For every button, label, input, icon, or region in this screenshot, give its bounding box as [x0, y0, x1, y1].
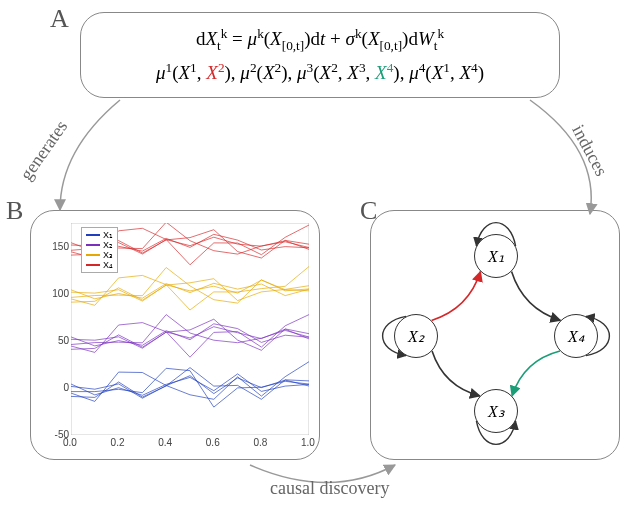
equation-line-1: dXtk = μk(X[0,t])dt + σk(X[0,t])dWtk	[196, 26, 444, 54]
y-tick: 100	[45, 288, 69, 299]
graph-node-x2: X₂	[394, 314, 438, 358]
legend-item: X₁	[86, 230, 113, 240]
x-tick: 0.6	[206, 437, 220, 448]
chart-plot-area: X₁X₂X₃X₄	[71, 223, 309, 435]
arrow-label-induces: induces	[567, 121, 611, 179]
legend-item: X₄	[86, 260, 113, 270]
y-tick: 150	[45, 241, 69, 252]
x-tick: 1.0	[301, 437, 315, 448]
equation-panel: dXtk = μk(X[0,t])dt + σk(X[0,t])dWtk μ1(…	[80, 12, 560, 98]
x-tick: 0.8	[253, 437, 267, 448]
chart-panel: X₁X₂X₃X₄ -50050100150 0.00.20.40.60.81.0	[30, 210, 320, 460]
y-tick: 0	[45, 382, 69, 393]
legend-item: X₃	[86, 250, 113, 260]
x-tick: 0.0	[63, 437, 77, 448]
graph-node-x4: X₄	[554, 314, 598, 358]
x-tick: 0.4	[158, 437, 172, 448]
x-tick: 0.2	[111, 437, 125, 448]
panel-label-a: A	[50, 4, 69, 34]
chart-legend: X₁X₂X₃X₄	[81, 227, 118, 273]
arrow-label-generates: generates	[16, 117, 72, 185]
legend-item: X₂	[86, 240, 113, 250]
y-tick: 50	[45, 335, 69, 346]
equation-line-2: μ1(X1, X2), μ2(X2), μ3(X2, X3, X4), μ4(X…	[156, 60, 484, 84]
graph-node-x1: X₁	[474, 234, 518, 278]
graph-node-x3: X₃	[474, 389, 518, 433]
panel-label-b: B	[6, 196, 23, 226]
arrow-label-causal: causal discovery	[270, 478, 389, 499]
graph-panel: X₁X₂X₃X₄	[370, 210, 620, 460]
